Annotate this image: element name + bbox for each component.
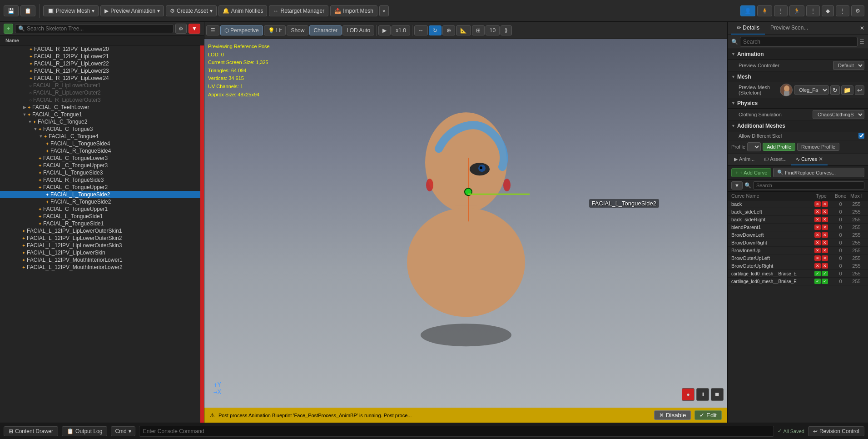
type-x-badge2[interactable]: ✕ xyxy=(822,255,828,261)
retarget-manager-button[interactable]: ↔ Retarget Manager xyxy=(269,5,328,16)
add-curve-button[interactable]: + + Add Curve xyxy=(731,168,771,177)
type-x-badge[interactable]: ✕ xyxy=(814,201,821,207)
tree-item[interactable]: ✦ FACIAL_L_TongueSide4 xyxy=(0,140,204,147)
type-x-badge[interactable]: ✕ xyxy=(814,240,821,245)
more-button[interactable]: » xyxy=(379,5,389,16)
type-x-badge[interactable]: ✕ xyxy=(814,255,821,261)
tree-item[interactable]: ○ FACIAL_R_LipLowerOuter3 xyxy=(0,96,204,104)
toolbar-settings-icon[interactable]: ⚙ xyxy=(851,5,864,16)
mesh-section-header[interactable]: ▼ Mesh xyxy=(728,72,868,82)
close-curves-tab[interactable]: ✕ xyxy=(818,156,823,162)
additional-meshes-header[interactable]: ▼ Additional Meshes xyxy=(728,121,868,131)
tree-item[interactable]: ✦ FACIAL_L_12IPV_LipLowerOuterSkin2 xyxy=(0,234,204,242)
type-x-badge[interactable]: ✕ xyxy=(814,248,821,253)
lod-button[interactable]: LOD Auto xyxy=(342,25,374,35)
tree-item[interactable]: ✦ FACIAL_R_12IPV_LipLower20 xyxy=(0,45,204,53)
tree-item[interactable]: ○ FACIAL_R_LipLowerOuter2 xyxy=(0,89,204,96)
type-green-badge[interactable]: ✓ xyxy=(814,279,821,284)
tree-item[interactable]: ✦ FACIAL_L_TongueSide1 xyxy=(0,213,204,220)
curves-search-input[interactable] xyxy=(753,181,864,190)
tree-item[interactable]: ✦ FACIAL_R_TongueSide3 xyxy=(0,176,204,184)
history-button[interactable]: 📋 xyxy=(20,5,35,16)
profile-dropdown[interactable] xyxy=(747,142,761,151)
curves-tab[interactable]: ∿ Curves ✕ xyxy=(791,154,828,165)
output-log-button[interactable]: 📋 Output Log xyxy=(62,426,107,436)
type-x-badge2[interactable]: ✕ xyxy=(822,224,828,230)
hamburger-button[interactable]: ☰ xyxy=(206,25,219,35)
search-input[interactable] xyxy=(27,25,170,32)
tree-item[interactable]: ✦ FACIAL_R_12IPV_LipLower22 xyxy=(0,60,204,67)
tree-item[interactable]: ✦ FACIAL_C_TongueUpper1 xyxy=(0,205,204,213)
tree-item[interactable]: ✦ FACIAL_L_TongueSide3 xyxy=(0,169,204,176)
tree-item[interactable]: ▼ ✦ FACIAL_C_Tongue2 xyxy=(0,118,204,125)
type-x-badge2[interactable]: ✕ xyxy=(822,240,828,245)
toolbar-run-icon[interactable]: 🏃 xyxy=(789,5,804,16)
anim-tab[interactable]: ▶ Anim... xyxy=(729,154,759,165)
tree-item[interactable]: ✦ FACIAL_L_12IPV_LipLowerOuterSkin1 xyxy=(0,227,204,234)
perspective-button[interactable]: ⬡ Perspective xyxy=(220,25,263,35)
tree-item[interactable]: ✦ FACIAL_L_12IPV_LipLowerOuterSkin3 xyxy=(0,242,204,249)
console-input[interactable] xyxy=(139,426,774,437)
expand-button[interactable]: ⟫ xyxy=(501,25,512,35)
toolbar-dots-3[interactable]: ⋮ xyxy=(836,5,849,16)
tree-item[interactable]: ✦ FACIAL_C_TongueLower3 xyxy=(0,155,204,162)
lit-button[interactable]: 💡 Lit xyxy=(264,25,286,35)
toolbar-dots[interactable]: ⋮ xyxy=(774,5,788,16)
tree-item[interactable]: ✦ FACIAL_R_12IPV_LipLower21 xyxy=(0,53,204,60)
tree-item[interactable]: ✦ FACIAL_L_12IPV_LipLowerSkin xyxy=(0,249,204,256)
tree-item[interactable]: ✦ FACIAL_R_TongueSide1 xyxy=(0,220,204,227)
tree-item[interactable]: ○ FACIAL_R_LipLowerOuter1 xyxy=(0,82,204,89)
speed-button[interactable]: x1.0 xyxy=(392,25,410,35)
browse-mesh-button[interactable]: 📁 xyxy=(841,85,853,95)
type-green-badge2[interactable]: ✓ xyxy=(822,271,828,276)
tree-item[interactable]: ▼ ✦ FACIAL_C_Tongue4 xyxy=(0,133,204,140)
toolbar-dots-2[interactable]: ⋮ xyxy=(806,5,820,16)
record-button[interactable]: ● xyxy=(682,388,694,401)
grid-button[interactable]: ⊞ xyxy=(472,25,485,35)
tree-item[interactable]: ✦ FACIAL_L_12IPV_MouthInteriorLower1 xyxy=(0,256,204,264)
type-x-badge[interactable]: ✕ xyxy=(814,263,821,269)
create-asset-button[interactable]: ⚙ Create Asset ▾ xyxy=(166,5,217,16)
preview-animation-button[interactable]: ▶ Preview Animation ▾ xyxy=(100,5,164,16)
type-green-badge[interactable]: ✓ xyxy=(814,271,821,276)
toolbar-icon-1[interactable]: 🧍 xyxy=(757,5,772,16)
list-icon[interactable]: ☰ xyxy=(859,39,864,45)
tree-item[interactable]: ✦ FACIAL_C_TongueUpper2 xyxy=(0,184,204,191)
clothing-sim-dropdown[interactable]: ChaosClothingS xyxy=(813,110,864,119)
tree-item[interactable]: ✦ FACIAL_R_12IPV_LipLower23 xyxy=(0,67,204,75)
skeleton-tree[interactable]: ✦ FACIAL_R_12IPV_LipLower20 ✦ FACIAL_R_1… xyxy=(0,45,204,423)
details-tab[interactable]: ✏ Details xyxy=(731,22,765,35)
stop-button[interactable]: ⏹ xyxy=(711,388,724,401)
type-x-badge[interactable]: ✕ xyxy=(814,224,821,230)
type-x-badge2[interactable]: ✕ xyxy=(822,209,828,215)
tree-item[interactable]: ▼ ✦ FACIAL_C_Tongue1 xyxy=(0,111,204,118)
type-x-badge[interactable]: ✕ xyxy=(814,209,821,215)
preview-mesh-dropdown[interactable]: Oleg_Fa xyxy=(794,85,829,95)
rotate-button[interactable]: ↻ xyxy=(429,25,441,35)
pause-button[interactable]: ⏸ xyxy=(696,388,709,401)
add-bone-button[interactable]: + xyxy=(4,24,13,34)
details-search-input[interactable] xyxy=(740,37,858,47)
character-vp-button[interactable]: Character xyxy=(309,25,342,35)
tree-item[interactable]: ✦ FACIAL_R_TongueSide2 xyxy=(0,198,204,205)
type-x-badge2[interactable]: ✕ xyxy=(822,201,828,207)
revision-control-button[interactable]: ↩ Revision Control xyxy=(808,426,864,436)
refresh-mesh-button[interactable]: ↻ xyxy=(830,85,840,95)
cmd-dropdown[interactable]: Cmd ▾ xyxy=(111,426,135,436)
type-x-badge2[interactable]: ✕ xyxy=(822,248,828,253)
tree-item[interactable]: ▶ ✦ FACIAL_C_TeethLower xyxy=(0,104,204,111)
filter-button[interactable]: ▼ xyxy=(731,181,743,190)
asset-tab[interactable]: 🏷 Asset... xyxy=(759,154,791,165)
type-x-badge2[interactable]: ✕ xyxy=(822,263,828,269)
disable-button[interactable]: ✕ Disable xyxy=(654,410,691,420)
preview-mesh-button[interactable]: 🔲 Preview Mesh ▾ xyxy=(43,5,99,16)
gear-button[interactable]: ⚙ xyxy=(175,24,187,34)
save-button[interactable]: 💾 xyxy=(4,5,19,16)
type-x-badge[interactable]: ✕ xyxy=(814,232,821,238)
preview-scene-tab[interactable]: Preview Scen... xyxy=(765,22,813,35)
tree-item[interactable]: ✦ FACIAL_R_TongueSide4 xyxy=(0,147,204,155)
filter-button[interactable]: ▼ xyxy=(188,24,200,34)
animation-section-header[interactable]: ▼ Animation xyxy=(728,49,868,60)
type-x-badge2[interactable]: ✕ xyxy=(822,232,828,238)
close-icon[interactable]: ✕ xyxy=(860,25,864,31)
